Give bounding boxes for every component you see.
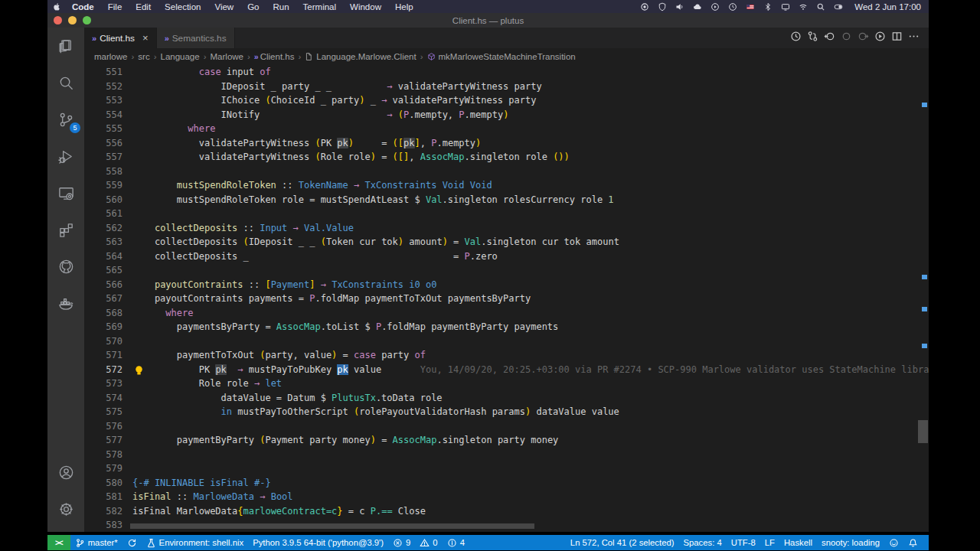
cloud-icon[interactable] (691, 2, 703, 11)
code-line-568[interactable]: 568 where (84, 306, 929, 321)
bluetooth-icon[interactable] (762, 2, 773, 11)
status-master[interactable]: master* (70, 535, 122, 550)
record-icon[interactable] (639, 2, 650, 11)
display-icon[interactable] (779, 2, 791, 11)
horizontal-scrollbar[interactable] (130, 523, 534, 529)
clock-icon[interactable] (727, 2, 738, 11)
tab-client-hs[interactable]: »Client.hs× (84, 28, 157, 48)
status-0[interactable]: 0 (415, 535, 442, 550)
menu-item-code[interactable]: Code (65, 0, 101, 13)
code-line-556[interactable]: 556 validatePartyWitness (PK pk) = ([pk]… (84, 136, 929, 151)
close-tab-icon[interactable]: × (142, 32, 149, 44)
nav-circle-icon[interactable] (841, 31, 852, 45)
code-line-575[interactable]: 575 in mustPayToOtherScript (rolePayoutV… (84, 405, 929, 419)
status-ln-572[interactable]: Ln 572, Col 41 (2 selected) (566, 535, 679, 550)
code-line-554[interactable]: 554 INotify → (P.mempty, P.mempty) (84, 108, 929, 122)
activity-github[interactable] (47, 248, 84, 285)
status-snooty--loading[interactable]: snooty: loading (817, 535, 884, 550)
activity-search[interactable] (47, 64, 84, 101)
code-line-576[interactable]: 576 (84, 419, 929, 434)
code-line-560[interactable]: 560 mustSpendRoleToken role = mustSpendA… (84, 193, 929, 207)
code-line-577[interactable]: 577 paymentByParty (Payment party money)… (84, 433, 929, 448)
code-line-553[interactable]: 553 IChoice (ChoiceId _ party) _ → valid… (84, 93, 929, 108)
status-spaces--4[interactable]: Spaces: 4 (679, 535, 727, 550)
activity-run-debug[interactable] (47, 138, 84, 174)
activity-extensions[interactable] (47, 211, 84, 248)
activity-settings[interactable] (47, 491, 84, 527)
code-editor[interactable]: 551 case input of552 IDeposit _ party _ … (84, 65, 929, 532)
code-line-569[interactable]: 569 paymentsByParty = AssocMap.toList $ … (84, 320, 929, 334)
tab-semantics-hs[interactable]: »Semantics.hs (157, 28, 235, 48)
breadcrumb-item-5[interactable]: »Client.hs (254, 52, 295, 61)
speaker-icon[interactable] (674, 2, 685, 11)
breadcrumb-item-1[interactable]: marlowe (94, 52, 127, 61)
menu-item-view[interactable]: View (207, 0, 240, 13)
status-bell[interactable] (903, 535, 923, 550)
code-line-565[interactable]: 565 (84, 263, 929, 278)
nav-forward-icon[interactable] (858, 31, 869, 45)
breadcrumb-item-7[interactable]: mkMarloweStateMachineTransition (427, 52, 576, 61)
timeline-icon[interactable] (790, 31, 802, 45)
code-line-571[interactable]: 571 paymentToTxOut (party, value) = case… (84, 348, 929, 363)
code-line-572[interactable]: 572 PK pk → mustPayToPubKey pk value You… (84, 363, 929, 377)
zoom-window-button[interactable] (83, 16, 91, 24)
search-icon[interactable] (815, 2, 826, 11)
play-circle-icon[interactable] (709, 2, 720, 11)
code-line-566[interactable]: 566 payoutContraints :: [Payment] → TxCo… (84, 278, 929, 292)
code-line-551[interactable]: 551 case input of (84, 65, 929, 80)
code-line-581[interactable]: 581isFinal :: MarloweData → Bool (84, 490, 929, 504)
menu-item-window[interactable]: Window (343, 0, 388, 13)
code-line-552[interactable]: 552 IDeposit _ party _ _ → validateParty… (84, 80, 929, 94)
status-lf[interactable]: LF (760, 535, 779, 550)
vertical-scrollbar[interactable] (918, 420, 928, 443)
breadcrumb-item-4[interactable]: Marlowe (211, 52, 243, 61)
nav-back-icon[interactable] (824, 31, 835, 45)
breadcrumb-item-3[interactable]: Language (161, 52, 200, 61)
status-haskell[interactable]: Haskell (779, 535, 817, 550)
shield-icon[interactable] (656, 2, 668, 11)
status-sync[interactable] (122, 535, 142, 550)
lightbulb-icon[interactable] (134, 365, 144, 376)
status-environment[interactable]: Environment: shell.nix (142, 535, 249, 550)
activity-remote-explorer[interactable] (47, 174, 84, 211)
code-line-563[interactable]: 563 collectDeposits (IDeposit _ _ (Token… (84, 235, 929, 249)
activity-account[interactable] (47, 454, 84, 491)
breadcrumb-item-6[interactable]: Language.Marlowe.Client (305, 52, 416, 61)
code-line-579[interactable]: 579 (84, 461, 929, 476)
breadcrumb-item-2[interactable]: src (138, 52, 149, 61)
menu-item-terminal[interactable]: Terminal (296, 0, 343, 13)
activity-docker[interactable] (47, 285, 84, 321)
close-window-button[interactable] (54, 16, 62, 24)
activity-source-control[interactable]: 5 (47, 101, 84, 138)
code-line-580[interactable]: 580{-# INLINABLE isFinal #-} (84, 476, 929, 491)
more-icon[interactable] (908, 31, 920, 45)
code-line-582[interactable]: 582isFinal MarloweData{marloweContract=c… (84, 504, 929, 519)
menu-item-help[interactable]: Help (388, 0, 420, 13)
compare-icon[interactable] (807, 31, 818, 45)
menu-item-selection[interactable]: Selection (158, 0, 207, 13)
status-utf-8[interactable]: UTF-8 (727, 535, 760, 550)
code-line-573[interactable]: 573 Role role → let (84, 377, 929, 391)
flag-icon[interactable] (744, 2, 756, 11)
code-line-564[interactable]: 564 collectDeposits _ = P.zero (84, 249, 929, 264)
minimize-window-button[interactable] (68, 16, 77, 24)
code-line-558[interactable]: 558 (84, 165, 929, 179)
menu-item-run[interactable]: Run (266, 0, 296, 13)
code-line-557[interactable]: 557 validatePartyWitness (Role role) = (… (84, 150, 929, 165)
status-9[interactable]: 9 (388, 535, 415, 550)
code-line-555[interactable]: 555 where (84, 122, 929, 136)
status-python[interactable]: Python 3.9.5 64-bit ('python@3.9') (248, 535, 388, 550)
remote-indicator[interactable]: >< (47, 535, 70, 550)
code-line-567[interactable]: 567 payoutContraints payments = P.foldMa… (84, 292, 929, 306)
split-editor-icon[interactable] (891, 31, 903, 45)
status-4[interactable]: 4 (443, 535, 469, 550)
toggle-icon[interactable] (832, 2, 844, 11)
code-line-570[interactable]: 570 (84, 334, 929, 349)
code-line-578[interactable]: 578 (84, 448, 929, 462)
code-line-561[interactable]: 561 (84, 207, 929, 221)
menu-item-edit[interactable]: Edit (129, 0, 158, 13)
run-icon[interactable] (874, 31, 886, 45)
wifi-icon[interactable] (797, 2, 808, 11)
status-feedback[interactable] (884, 535, 903, 550)
menu-item-go[interactable]: Go (240, 0, 266, 13)
